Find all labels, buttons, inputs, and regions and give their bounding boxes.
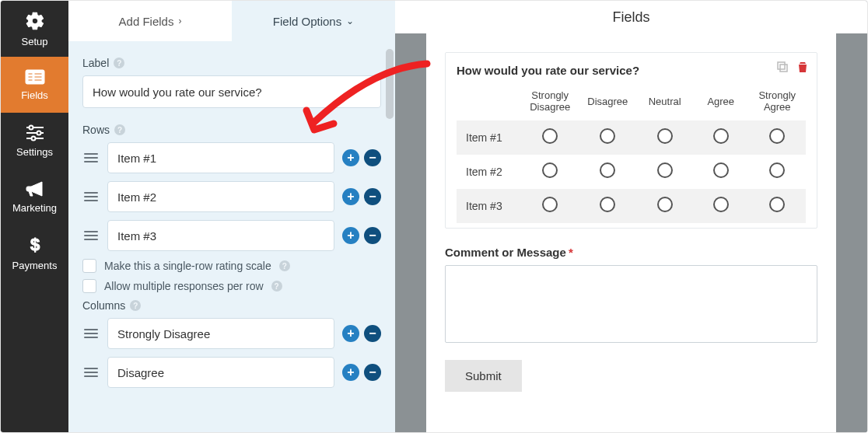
row-editor: + −	[82, 181, 381, 212]
row-value-input[interactable]	[107, 181, 334, 212]
add-column-button[interactable]: +	[342, 325, 359, 342]
likert-field-preview[interactable]: How would you rate our service? Strongly…	[445, 52, 817, 229]
svg-rect-3	[28, 79, 33, 81]
gear-icon	[25, 11, 45, 31]
column-value-input[interactable]	[107, 357, 334, 388]
remove-column-button[interactable]: −	[364, 325, 381, 342]
row-editor: + −	[82, 220, 381, 251]
svg-rect-5	[34, 76, 42, 78]
help-icon[interactable]: ?	[130, 300, 141, 311]
row-value-input[interactable]	[107, 142, 334, 173]
nav-setup[interactable]: Setup	[1, 1, 68, 57]
row-editor: + −	[82, 142, 381, 173]
tab-field-options[interactable]: Field Options ⌄	[232, 1, 395, 41]
likert-column-header: Neutral	[636, 86, 693, 120]
svg-rect-1	[28, 73, 33, 75]
drag-handle-icon[interactable]	[82, 368, 100, 377]
multi-response-checkbox[interactable]	[82, 279, 96, 293]
likert-radio[interactable]	[542, 162, 558, 178]
form-icon	[25, 69, 45, 85]
likert-radio[interactable]	[769, 162, 785, 178]
add-row-button[interactable]: +	[342, 149, 359, 166]
multi-response-label: Allow multiple responses per row	[104, 280, 264, 292]
likert-row-label: Item #1	[457, 120, 521, 155]
nav-payments[interactable]: $ Payments	[1, 225, 68, 281]
columns-heading: Columns	[82, 299, 125, 312]
panel-tabs: Add Fields › Field Options ⌄	[68, 1, 395, 41]
help-icon[interactable]: ?	[114, 58, 124, 68]
likert-column-header: Agree	[693, 86, 748, 120]
add-row-button[interactable]: +	[342, 188, 359, 205]
duplicate-icon[interactable]	[776, 61, 789, 73]
svg-point-10	[37, 131, 40, 134]
drag-handle-icon[interactable]	[82, 329, 100, 338]
likert-radio[interactable]	[713, 162, 729, 178]
chevron-right-icon: ›	[178, 16, 181, 26]
svg-rect-15	[780, 65, 787, 72]
likert-column-header: Strongly Agree	[748, 86, 806, 120]
help-icon[interactable]: ?	[271, 281, 282, 292]
single-row-label: Make this a single-row rating scale	[104, 260, 271, 272]
help-icon[interactable]: ?	[279, 260, 290, 271]
tab-add-fields[interactable]: Add Fields ›	[68, 1, 232, 41]
add-row-button[interactable]: +	[342, 227, 359, 244]
comment-label: Comment or Message	[445, 246, 566, 259]
trash-icon[interactable]	[796, 61, 809, 73]
nav-marketing[interactable]: Marketing	[1, 169, 68, 225]
likert-radio[interactable]	[542, 128, 558, 144]
nav-settings[interactable]: Settings	[1, 113, 68, 169]
svg-point-12	[31, 136, 35, 140]
likert-radio[interactable]	[769, 197, 785, 212]
chevron-down-icon: ⌄	[346, 16, 354, 26]
bullhorn-icon	[25, 180, 45, 197]
likert-table: Strongly Disagree Disagree Neutral Agree…	[457, 86, 806, 223]
help-icon[interactable]: ?	[114, 124, 125, 135]
field-options-panel: Add Fields › Field Options ⌄ Label ? Row…	[68, 1, 395, 432]
likert-column-header: Strongly Disagree	[521, 86, 579, 120]
drag-handle-icon[interactable]	[82, 231, 100, 240]
svg-point-8	[29, 125, 33, 129]
remove-row-button[interactable]: −	[364, 149, 381, 166]
likert-radio[interactable]	[769, 128, 785, 144]
row-value-input[interactable]	[107, 220, 334, 251]
likert-radio[interactable]	[600, 128, 615, 144]
scrollbar-thumb[interactable]	[386, 49, 394, 119]
column-editor: + −	[82, 357, 381, 388]
svg-rect-6	[34, 79, 42, 81]
page-title: Fields	[395, 1, 867, 33]
nav-setup-label: Setup	[22, 36, 48, 47]
field-label-input[interactable]	[82, 75, 381, 108]
likert-radio[interactable]	[713, 197, 729, 212]
likert-row-label: Item #3	[457, 189, 521, 223]
svg-rect-14	[778, 62, 785, 69]
likert-row: Item #2	[457, 155, 806, 189]
comment-textarea[interactable]	[445, 265, 817, 343]
likert-radio[interactable]	[600, 197, 615, 212]
panel-scrollbar[interactable]	[384, 41, 395, 432]
sidebar-nav: Setup Fields Settings Marketing $ Paymen…	[1, 1, 68, 432]
drag-handle-icon[interactable]	[82, 153, 100, 162]
preview-gutter-right	[836, 33, 867, 432]
remove-row-button[interactable]: −	[364, 188, 381, 205]
single-row-checkbox[interactable]	[82, 259, 96, 273]
likert-radio[interactable]	[657, 197, 673, 212]
likert-radio[interactable]	[542, 197, 558, 212]
remove-row-button[interactable]: −	[364, 227, 381, 244]
column-value-input[interactable]	[107, 318, 334, 349]
remove-column-button[interactable]: −	[364, 364, 381, 381]
tab-field-options-label: Field Options	[273, 15, 341, 28]
likert-radio[interactable]	[713, 128, 729, 144]
tab-add-fields-label: Add Fields	[119, 15, 174, 28]
likert-radio[interactable]	[600, 162, 615, 178]
nav-fields[interactable]: Fields	[1, 57, 68, 113]
likert-radio[interactable]	[657, 128, 673, 144]
column-editor: + −	[82, 318, 381, 349]
sliders-icon	[25, 124, 45, 141]
submit-button[interactable]: Submit	[445, 360, 522, 392]
likert-radio[interactable]	[657, 162, 673, 178]
preview-gutter-left	[395, 33, 426, 432]
likert-column-header: Disagree	[579, 86, 636, 120]
add-column-button[interactable]: +	[342, 364, 359, 381]
drag-handle-icon[interactable]	[82, 192, 100, 201]
likert-row-label: Item #2	[457, 155, 521, 189]
